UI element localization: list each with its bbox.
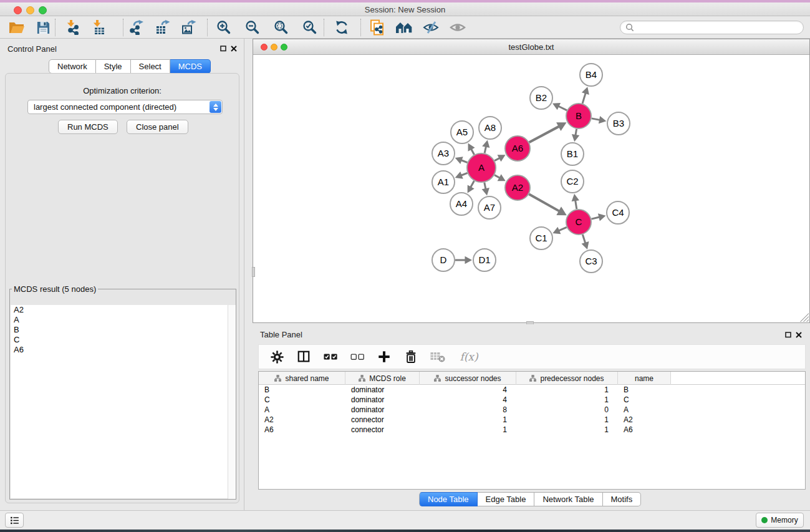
export-network-icon[interactable] [125, 18, 147, 37]
edge-A-A7[interactable] [485, 183, 486, 190]
node-table[interactable]: shared nameMCDS rolesuccessor nodesprede… [258, 371, 806, 490]
memory-status-icon [761, 517, 768, 523]
edge-A2-C[interactable] [529, 194, 559, 211]
edge-A-A3[interactable] [461, 160, 468, 163]
delete-column-icon[interactable] [403, 349, 419, 365]
column-header-predecessor-nodes[interactable]: predecessor nodes [516, 372, 618, 385]
tab-select[interactable]: Select [131, 59, 170, 74]
import-table-icon[interactable] [89, 18, 110, 37]
network-canvas[interactable]: AA1A2A3A4A5A6A7A8BB1B2B3B4CC1C2C3C4DD1 [253, 55, 809, 322]
edge-B-B3[interactable] [592, 118, 600, 120]
list-icon [9, 515, 20, 526]
table-cell: A6 [259, 425, 345, 435]
table-cell: 1 [420, 425, 516, 435]
tab-mcds[interactable]: MCDS [170, 59, 211, 74]
table-cell: dominator [345, 395, 420, 405]
optimization-criterion-dropdown[interactable]: largest connected component (directed) [27, 100, 223, 114]
edge-C-C2[interactable] [576, 200, 577, 209]
tab-style[interactable]: Style [96, 59, 131, 74]
mcds-result-title: MCDS result (5 nodes) [12, 284, 98, 294]
table-float-icon[interactable] [784, 331, 791, 338]
table-options-icon[interactable] [269, 349, 285, 365]
show-columns-icon[interactable] [296, 349, 312, 365]
resize-grip-icon[interactable] [800, 313, 809, 322]
column-header-shared-name[interactable]: shared name [259, 372, 345, 385]
edge-arrowhead [572, 134, 579, 142]
new-network-from-selection-icon[interactable] [367, 18, 388, 37]
edge-A6-B[interactable] [529, 127, 559, 143]
function-builder-icon[interactable]: f(x) [456, 349, 481, 365]
result-item[interactable]: A [11, 315, 235, 325]
tab-node-table[interactable]: Node Table [419, 492, 478, 506]
dropdown-value: largest connected component (directed) [34, 102, 176, 112]
edge-A-A2[interactable] [494, 175, 500, 178]
zoom-fit-icon[interactable] [271, 18, 292, 37]
network-graph[interactable]: AA1A2A3A4A5A6A7A8BB1B2B3B4CC1C2C3C4DD1 [253, 55, 809, 322]
tab-network-table[interactable]: Network Table [534, 492, 602, 506]
edge-C-C4[interactable] [591, 217, 599, 219]
column-header-successor-nodes[interactable]: successor nodes [420, 372, 516, 385]
column-header-mcds-role[interactable]: MCDS role [345, 372, 420, 385]
result-item[interactable]: A2 [11, 305, 235, 315]
open-session-icon[interactable] [6, 18, 27, 37]
table-cell: 0 [516, 405, 618, 415]
edge-C-C3[interactable] [582, 235, 585, 243]
edge-A-A5[interactable] [471, 149, 475, 155]
apply-layout-icon[interactable] [393, 18, 415, 37]
zoom-in-icon[interactable] [213, 18, 234, 37]
save-session-icon[interactable] [32, 18, 54, 37]
mcds-result-list[interactable]: A2ABCA6 [11, 305, 235, 498]
table-row[interactable]: Adominator80A [259, 405, 805, 415]
export-image-icon[interactable] [178, 18, 199, 37]
close-panel-button[interactable]: Close panel [127, 120, 188, 134]
network-window-titlebar[interactable]: testGlobe.txt [253, 39, 809, 55]
export-table-icon[interactable] [152, 18, 173, 37]
search-field[interactable] [620, 21, 804, 34]
edge-A-A8[interactable] [485, 147, 486, 153]
table-row[interactable]: A6connector11A6 [259, 425, 805, 435]
run-mcds-button[interactable]: Run MCDS [58, 120, 118, 134]
table-close-icon[interactable] [795, 331, 802, 338]
table-row[interactable]: Cdominator41C [259, 395, 805, 405]
result-scrollbar[interactable] [228, 305, 236, 499]
close-panel-icon[interactable] [230, 45, 237, 52]
tab-network[interactable]: Network [49, 59, 96, 74]
table-row[interactable]: Bdominator41B [259, 385, 805, 395]
mcds-result-box: MCDS result (5 nodes) A2ABCA6 [9, 284, 236, 500]
column-header-name[interactable]: name [618, 372, 671, 385]
zoom-out-icon[interactable] [242, 18, 263, 37]
delete-table-icon[interactable] [430, 349, 446, 365]
task-history-button[interactable] [5, 513, 24, 528]
hide-selected-icon[interactable] [420, 18, 441, 37]
add-column-icon[interactable] [376, 349, 392, 365]
zoom-selected-icon[interactable] [299, 18, 321, 37]
edge-C-C1[interactable] [559, 227, 567, 231]
edge-B-B2[interactable] [558, 106, 567, 110]
edge-B-B1[interactable] [576, 129, 577, 135]
edge-A-A4[interactable] [471, 181, 475, 187]
import-network-icon[interactable] [62, 18, 84, 37]
result-item[interactable]: B [11, 325, 235, 335]
edge-B-B4[interactable] [582, 93, 586, 104]
result-item[interactable]: A6 [11, 345, 235, 355]
memory-button[interactable]: Memory [756, 513, 804, 528]
network-window: testGlobe.txt AA1A2A3A4A5A6A7A8BB1B2B3B4… [253, 39, 810, 323]
float-panel-icon[interactable] [219, 45, 226, 52]
column-header-label: MCDS role [369, 374, 406, 383]
table-row[interactable]: A2connector11A2 [259, 415, 805, 425]
table-cell: 1 [516, 385, 618, 395]
tab-edge-table[interactable]: Edge Table [478, 492, 535, 506]
refresh-icon[interactable] [331, 18, 352, 37]
table-cell: B [259, 385, 345, 395]
show-all-icon[interactable] [447, 18, 468, 37]
search-input[interactable] [635, 22, 803, 33]
select-all-icon[interactable] [322, 349, 339, 365]
tab-motifs[interactable]: Motifs [603, 492, 642, 506]
column-type-icon [359, 375, 365, 382]
edge-A-A6[interactable] [494, 158, 499, 160]
deselect-all-icon[interactable] [349, 349, 365, 365]
result-item[interactable]: C [11, 335, 235, 345]
splitter-grip-left[interactable] [252, 267, 255, 277]
edge-A-A1[interactable] [461, 173, 468, 175]
node-label-a1: A1 [438, 177, 449, 187]
